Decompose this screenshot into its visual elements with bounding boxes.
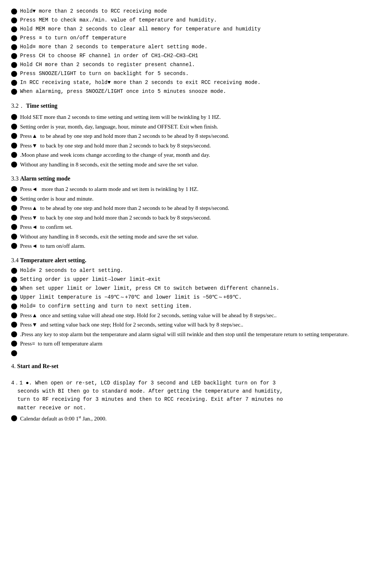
list-item: Without any handling in 8 seconds, exit …	[11, 233, 379, 241]
list-item: Press◄ to turn on/off alarm.	[11, 242, 379, 250]
item-text: Upper limit temperature is −49℃～+70℃ and…	[20, 293, 379, 301]
list-item: Hold SET more than 2 seconds to time set…	[11, 113, 379, 121]
item-text: Press◄ more than 2 seconds to alarm mode…	[20, 185, 379, 194]
item-text: Hold CH more than 2 seconds to register …	[20, 61, 379, 69]
item-text: When set upper limit or lower limit, pre…	[20, 285, 379, 292]
section-4-1-list: Calendar default as 0:00 1st Jan., 2000.	[11, 414, 379, 423]
item-text: Without any handling in 8 seconds, exit …	[20, 160, 379, 169]
item-text: Press MEM to check max./min. value of te…	[20, 16, 379, 24]
bullet-icon	[11, 152, 17, 158]
section-heading: Alarm setting mode	[20, 175, 70, 182]
item-text: Press≡ to turn off temperature alarm	[20, 340, 379, 348]
item-text: Setting order is year, month, day, langu…	[20, 123, 379, 131]
item-text: Calendar default as 0:00 1st Jan., 2000.	[20, 414, 379, 423]
list-item	[11, 349, 379, 356]
section-heading: Time setting	[26, 103, 58, 109]
list-item: Press CH to choose RF channel in order o…	[11, 52, 379, 60]
list-item: Hold≡ more than 2 seconds to temperature…	[11, 43, 379, 51]
list-item: Press▲ to be ahead by one step and hold …	[11, 132, 379, 140]
section-3-3: 3.3 Alarm setting mode Press◄ more than …	[11, 175, 379, 250]
bullet-icon	[11, 341, 17, 347]
item-text: Press▼ to back by one step and hold more…	[20, 142, 379, 150]
item-text: When alarming, press SNOOZE/LIGHT once i…	[20, 88, 379, 95]
item-text: Hold≡ to confirm setting and turn to nex…	[20, 302, 379, 310]
bullet-icon	[11, 71, 17, 77]
list-item: Press◄ to confirm set.	[11, 223, 379, 231]
bullet-icon	[11, 17, 17, 23]
list-item: Hold▼ more than 2 seconds to RCC receivi…	[11, 7, 379, 15]
bullet-icon	[11, 9, 17, 14]
bullet-icon	[11, 53, 17, 59]
item-text: Press◄ to confirm set.	[20, 223, 379, 231]
list-item: Calendar default as 0:00 1st Jan., 2000.	[11, 414, 379, 423]
bullet-icon	[11, 62, 17, 68]
bullet-icon	[11, 186, 17, 192]
bullet-icon	[11, 26, 17, 32]
list-item: .Moon phase and week icons change accord…	[11, 151, 379, 159]
item-text: .Moon phase and week icons change accord…	[20, 151, 379, 159]
list-item: Press▼ to back by one step and hold more…	[11, 214, 379, 222]
item-text: Press SNOOZE/LIGHT to turn on backlight …	[20, 70, 379, 78]
list-item: Press SNOOZE/LIGHT to turn on backlight …	[11, 70, 379, 78]
bullet-icon	[11, 114, 17, 120]
bullet-icon	[11, 215, 17, 221]
list-item: Press MEM to check max./min. value of te…	[11, 16, 379, 24]
section-4-1: 4．1 ●. When open or re-set, LCD display …	[11, 379, 379, 423]
section-heading: Temperature alert setting.	[20, 257, 86, 263]
item-text: Press◄ to turn on/off alarm.	[20, 242, 379, 250]
bullet-icon	[11, 89, 17, 95]
item-text: In RCC receiving state, hold▼ more than …	[20, 79, 379, 87]
bullet-icon	[11, 277, 17, 283]
section-3-4: 3.4 Temperature alert setting. Hold≡ 2 s…	[11, 257, 379, 356]
bullet-icon	[11, 243, 17, 249]
section-number: 3.3 Alarm setting mode	[11, 175, 379, 182]
section-heading: Start and Re-set	[17, 363, 58, 369]
bullet-icon	[11, 162, 17, 168]
list-item: When set upper limit or lower limit, pre…	[11, 285, 379, 292]
item-text: Without any handling in 8 seconds, exit …	[20, 233, 379, 241]
item-text: Setting order is hour and minute.	[20, 195, 379, 203]
item-text: .Press any key to stop alarm but the tem…	[20, 330, 379, 339]
list-item: Hold≡ 2 seconds to alert setting.	[11, 267, 379, 274]
item-text: Hold≡ 2 seconds to alert setting.	[20, 267, 379, 274]
list-item: Hold CH more than 2 seconds to register …	[11, 61, 379, 69]
bullet-icon	[11, 415, 17, 421]
bullet-icon	[11, 234, 17, 240]
bullet-icon	[11, 44, 17, 50]
item-text: Press CH to choose RF channel in order o…	[20, 52, 379, 60]
list-item: Setting order is upper limit→lower limit…	[11, 276, 379, 283]
list-item: Upper limit temperature is −49℃～+70℃ and…	[11, 293, 379, 301]
item-text: Press▲ once and setting value will ahead…	[20, 311, 379, 320]
list-item: Without any handling in 8 seconds, exit …	[11, 160, 379, 169]
bullet-icon	[11, 295, 17, 301]
list-item: Press ≡ to turn on/off temperature	[11, 34, 379, 42]
bullet-icon	[11, 303, 17, 309]
item-text: Hold SET more than 2 seconds to time set…	[20, 113, 379, 121]
bullet-icon	[11, 196, 17, 202]
item-text: Press▲ to be ahead by one step and hold …	[20, 132, 379, 140]
section-4: 4. Start and Re-set 4．1 ●. When open or …	[11, 363, 379, 423]
list-item: Setting order is hour and minute.	[11, 195, 379, 203]
section-3-2-list: Hold SET more than 2 seconds to time set…	[11, 113, 379, 169]
bullet-icon	[11, 124, 17, 130]
list-item: Press▼ and setting value back one step; …	[11, 321, 379, 329]
list-item: Press≡ to turn off temperature alarm	[11, 340, 379, 348]
section-number: 3.2． Time setting	[11, 102, 379, 110]
bullet-icon	[11, 312, 17, 318]
item-text: Press▲ to be ahead by one step and hold …	[20, 204, 379, 212]
section-number: 3.4 Temperature alert setting.	[11, 257, 379, 264]
page-content: Hold▼ more than 2 seconds to RCC receivi…	[11, 7, 379, 423]
item-text: Press▼ and setting value back one step; …	[20, 321, 379, 329]
intro-bullet-list: Hold▼ more than 2 seconds to RCC receivi…	[11, 7, 379, 95]
item-text: Hold≡ more than 2 seconds to temperature…	[20, 43, 379, 51]
bullet-icon	[11, 143, 17, 149]
item-text: Press▼ to back by one step and hold more…	[20, 214, 379, 222]
intro-section: Hold▼ more than 2 seconds to RCC receivi…	[11, 7, 379, 95]
section-3-2: 3.2． Time setting Hold SET more than 2 s…	[11, 102, 379, 169]
list-item: Press▲ once and setting value will ahead…	[11, 311, 379, 320]
bullet-icon	[11, 331, 17, 337]
bullet-icon	[11, 286, 17, 292]
bullet-icon	[11, 322, 17, 328]
list-item: Press▼ to back by one step and hold more…	[11, 142, 379, 150]
bullet-icon	[11, 268, 17, 274]
